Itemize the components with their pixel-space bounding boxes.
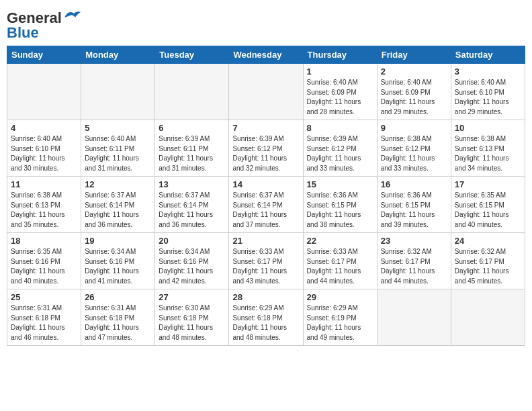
page-header: General Blue [7, 7, 525, 42]
logo: General Blue [7, 9, 81, 42]
calendar-day-cell: 21Sunrise: 6:33 AM Sunset: 6:17 PM Dayli… [229, 233, 303, 289]
day-number: 24 [455, 236, 521, 246]
calendar-day-cell: 23Sunrise: 6:32 AM Sunset: 6:17 PM Dayli… [377, 233, 451, 289]
calendar-body: 1Sunrise: 6:40 AM Sunset: 6:09 PM Daylig… [7, 64, 525, 346]
day-info: Sunrise: 6:40 AM Sunset: 6:10 PM Dayligh… [11, 134, 77, 173]
day-number: 21 [232, 236, 299, 246]
day-info: Sunrise: 6:29 AM Sunset: 6:18 PM Dayligh… [232, 304, 299, 342]
day-info: Sunrise: 6:33 AM Sunset: 6:17 PM Dayligh… [232, 247, 299, 286]
day-info: Sunrise: 6:32 AM Sunset: 6:17 PM Dayligh… [455, 247, 521, 286]
calendar-day-cell: 9Sunrise: 6:38 AM Sunset: 6:12 PM Daylig… [377, 120, 451, 177]
calendar-day-cell: 1Sunrise: 6:40 AM Sunset: 6:09 PM Daylig… [303, 64, 377, 120]
day-info: Sunrise: 6:38 AM Sunset: 6:12 PM Dayligh… [381, 134, 447, 173]
calendar-table: SundayMondayTuesdayWednesdayThursdayFrid… [7, 46, 525, 346]
calendar-col-header: Saturday [451, 46, 525, 64]
calendar-week-row: 25Sunrise: 6:31 AM Sunset: 6:18 PM Dayli… [7, 289, 525, 346]
calendar-day-cell: 14Sunrise: 6:37 AM Sunset: 6:14 PM Dayli… [229, 177, 303, 233]
day-info: Sunrise: 6:39 AM Sunset: 6:12 PM Dayligh… [307, 134, 373, 173]
day-number: 3 [455, 66, 521, 77]
day-info: Sunrise: 6:37 AM Sunset: 6:14 PM Dayligh… [85, 191, 151, 230]
day-info: Sunrise: 6:39 AM Sunset: 6:12 PM Dayligh… [232, 134, 299, 173]
day-number: 1 [307, 66, 373, 77]
calendar-day-cell: 24Sunrise: 6:32 AM Sunset: 6:17 PM Dayli… [451, 233, 525, 289]
calendar-day-cell: 5Sunrise: 6:40 AM Sunset: 6:11 PM Daylig… [81, 120, 155, 177]
day-number: 11 [11, 179, 77, 189]
day-number: 14 [232, 179, 299, 189]
day-number: 12 [85, 179, 151, 189]
day-info: Sunrise: 6:38 AM Sunset: 6:13 PM Dayligh… [455, 134, 521, 173]
day-info: Sunrise: 6:30 AM Sunset: 6:18 PM Dayligh… [159, 304, 225, 342]
day-info: Sunrise: 6:31 AM Sunset: 6:18 PM Dayligh… [11, 304, 77, 342]
calendar-day-cell: 17Sunrise: 6:35 AM Sunset: 6:15 PM Dayli… [451, 177, 525, 233]
calendar-day-cell: 11Sunrise: 6:38 AM Sunset: 6:13 PM Dayli… [7, 177, 81, 233]
calendar-day-cell [377, 289, 451, 346]
calendar-day-cell [7, 64, 81, 120]
day-info: Sunrise: 6:38 AM Sunset: 6:13 PM Dayligh… [11, 191, 77, 230]
day-number: 13 [159, 179, 225, 189]
calendar-day-cell: 26Sunrise: 6:31 AM Sunset: 6:18 PM Dayli… [81, 289, 155, 346]
calendar-day-cell: 20Sunrise: 6:34 AM Sunset: 6:16 PM Dayli… [155, 233, 229, 289]
calendar-col-header: Wednesday [229, 46, 303, 64]
calendar-day-cell: 8Sunrise: 6:39 AM Sunset: 6:12 PM Daylig… [303, 120, 377, 177]
day-info: Sunrise: 6:40 AM Sunset: 6:09 PM Dayligh… [381, 78, 447, 117]
calendar-col-header: Sunday [7, 46, 81, 64]
day-info: Sunrise: 6:29 AM Sunset: 6:19 PM Dayligh… [307, 304, 373, 342]
calendar-col-header: Friday [377, 46, 451, 64]
calendar-col-header: Monday [81, 46, 155, 64]
calendar-col-header: Thursday [303, 46, 377, 64]
calendar-day-cell: 19Sunrise: 6:34 AM Sunset: 6:16 PM Dayli… [81, 233, 155, 289]
calendar-day-cell: 25Sunrise: 6:31 AM Sunset: 6:18 PM Dayli… [7, 289, 81, 346]
day-number: 8 [307, 123, 373, 133]
logo-bird-icon [63, 8, 81, 23]
day-number: 18 [11, 236, 77, 246]
calendar-day-cell: 27Sunrise: 6:30 AM Sunset: 6:18 PM Dayli… [155, 289, 229, 346]
day-number: 29 [307, 292, 373, 302]
calendar-day-cell: 3Sunrise: 6:40 AM Sunset: 6:10 PM Daylig… [451, 64, 525, 120]
calendar-day-cell: 28Sunrise: 6:29 AM Sunset: 6:18 PM Dayli… [229, 289, 303, 346]
calendar-day-cell [155, 64, 229, 120]
day-info: Sunrise: 6:31 AM Sunset: 6:18 PM Dayligh… [85, 304, 151, 342]
day-info: Sunrise: 6:40 AM Sunset: 6:09 PM Dayligh… [307, 78, 373, 117]
day-number: 7 [232, 123, 299, 133]
day-info: Sunrise: 6:35 AM Sunset: 6:15 PM Dayligh… [455, 191, 521, 230]
day-info: Sunrise: 6:33 AM Sunset: 6:17 PM Dayligh… [307, 247, 373, 286]
day-number: 5 [85, 123, 151, 133]
calendar-day-cell: 16Sunrise: 6:36 AM Sunset: 6:15 PM Dayli… [377, 177, 451, 233]
calendar-day-cell [451, 289, 525, 346]
day-info: Sunrise: 6:40 AM Sunset: 6:10 PM Dayligh… [455, 78, 521, 117]
day-info: Sunrise: 6:36 AM Sunset: 6:15 PM Dayligh… [381, 191, 447, 230]
calendar-week-row: 4Sunrise: 6:40 AM Sunset: 6:10 PM Daylig… [7, 120, 525, 177]
day-number: 26 [85, 292, 151, 302]
day-info: Sunrise: 6:32 AM Sunset: 6:17 PM Dayligh… [381, 247, 447, 286]
day-number: 15 [307, 179, 373, 189]
day-info: Sunrise: 6:40 AM Sunset: 6:11 PM Dayligh… [85, 134, 151, 173]
calendar-day-cell: 12Sunrise: 6:37 AM Sunset: 6:14 PM Dayli… [81, 177, 155, 233]
calendar-header-row: SundayMondayTuesdayWednesdayThursdayFrid… [7, 46, 525, 64]
day-number: 27 [159, 292, 225, 302]
calendar-day-cell: 13Sunrise: 6:37 AM Sunset: 6:14 PM Dayli… [155, 177, 229, 233]
calendar-day-cell: 4Sunrise: 6:40 AM Sunset: 6:10 PM Daylig… [7, 120, 81, 177]
calendar-day-cell: 18Sunrise: 6:35 AM Sunset: 6:16 PM Dayli… [7, 233, 81, 289]
day-number: 23 [381, 236, 447, 246]
day-number: 4 [11, 123, 77, 133]
calendar-day-cell: 7Sunrise: 6:39 AM Sunset: 6:12 PM Daylig… [229, 120, 303, 177]
day-number: 16 [381, 179, 447, 189]
day-number: 2 [381, 66, 447, 77]
day-number: 17 [455, 179, 521, 189]
day-number: 10 [455, 123, 521, 133]
day-number: 19 [85, 236, 151, 246]
day-number: 6 [159, 123, 225, 133]
calendar-day-cell [81, 64, 155, 120]
calendar-day-cell: 29Sunrise: 6:29 AM Sunset: 6:19 PM Dayli… [303, 289, 377, 346]
calendar-day-cell: 15Sunrise: 6:36 AM Sunset: 6:15 PM Dayli… [303, 177, 377, 233]
calendar-col-header: Tuesday [155, 46, 229, 64]
day-info: Sunrise: 6:35 AM Sunset: 6:16 PM Dayligh… [11, 247, 77, 286]
calendar-week-row: 1Sunrise: 6:40 AM Sunset: 6:09 PM Daylig… [7, 64, 525, 120]
calendar-day-cell: 6Sunrise: 6:39 AM Sunset: 6:11 PM Daylig… [155, 120, 229, 177]
calendar-week-row: 18Sunrise: 6:35 AM Sunset: 6:16 PM Dayli… [7, 233, 525, 289]
calendar-week-row: 11Sunrise: 6:38 AM Sunset: 6:13 PM Dayli… [7, 177, 525, 233]
day-info: Sunrise: 6:37 AM Sunset: 6:14 PM Dayligh… [232, 191, 299, 230]
day-info: Sunrise: 6:36 AM Sunset: 6:15 PM Dayligh… [307, 191, 373, 230]
day-number: 28 [232, 292, 299, 302]
day-info: Sunrise: 6:34 AM Sunset: 6:16 PM Dayligh… [159, 247, 225, 286]
